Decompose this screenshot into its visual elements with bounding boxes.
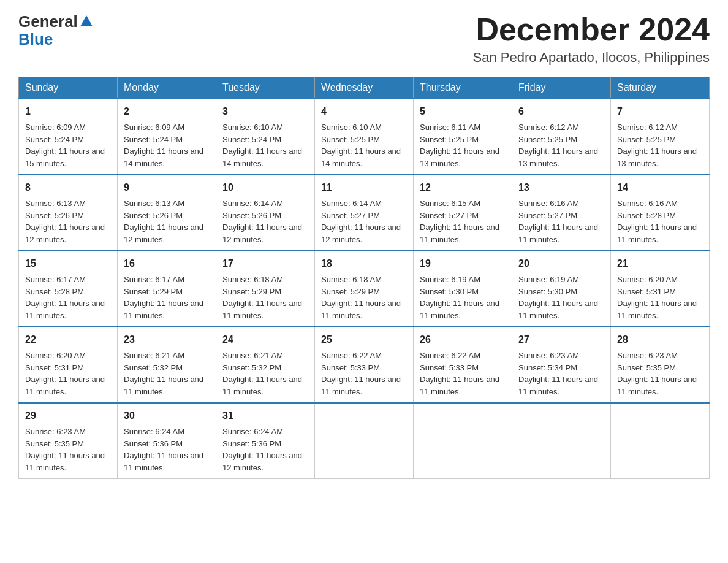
- day-number: 12: [420, 180, 506, 195]
- month-title: December 2024: [473, 12, 710, 47]
- calendar-cell: 14Sunrise: 6:16 AMSunset: 5:28 PMDayligh…: [611, 175, 710, 251]
- day-number: 11: [321, 180, 407, 195]
- calendar-cell: [611, 403, 710, 479]
- calendar-cell: 20Sunrise: 6:19 AMSunset: 5:30 PMDayligh…: [512, 251, 611, 327]
- day-info: Sunrise: 6:22 AMSunset: 5:33 PMDaylight:…: [321, 350, 407, 397]
- day-info: Sunrise: 6:11 AMSunset: 5:25 PMDaylight:…: [420, 121, 506, 169]
- day-info: Sunrise: 6:24 AMSunset: 5:36 PMDaylight:…: [124, 426, 210, 473]
- day-info: Sunrise: 6:21 AMSunset: 5:32 PMDaylight:…: [222, 350, 308, 397]
- day-number: 14: [617, 180, 703, 195]
- calendar-cell: 3Sunrise: 6:10 AMSunset: 5:24 PMDaylight…: [216, 99, 315, 175]
- calendar-cell: 1Sunrise: 6:09 AMSunset: 5:24 PMDaylight…: [19, 99, 118, 175]
- day-number: 30: [124, 408, 210, 423]
- calendar-cell: [315, 403, 414, 479]
- logo-general-text: General: [18, 12, 78, 31]
- calendar-week-row: 15Sunrise: 6:17 AMSunset: 5:28 PMDayligh…: [19, 251, 710, 327]
- day-number: 24: [222, 332, 308, 347]
- calendar-cell: 13Sunrise: 6:16 AMSunset: 5:27 PMDayligh…: [512, 175, 611, 251]
- day-number: 22: [25, 332, 111, 347]
- day-number: 6: [518, 104, 604, 119]
- day-info: Sunrise: 6:16 AMSunset: 5:28 PMDaylight:…: [617, 197, 703, 245]
- day-number: 26: [420, 332, 506, 347]
- calendar-week-row: 8Sunrise: 6:13 AMSunset: 5:26 PMDaylight…: [19, 175, 710, 251]
- day-info: Sunrise: 6:13 AMSunset: 5:26 PMDaylight:…: [25, 197, 111, 245]
- page-header: General Blue December 2024 San Pedro Apa…: [18, 12, 710, 66]
- weekday-header-tuesday: Tuesday: [216, 77, 315, 99]
- day-info: Sunrise: 6:17 AMSunset: 5:29 PMDaylight:…: [124, 274, 210, 321]
- calendar-cell: 30Sunrise: 6:24 AMSunset: 5:36 PMDayligh…: [118, 403, 216, 479]
- day-info: Sunrise: 6:20 AMSunset: 5:31 PMDaylight:…: [25, 350, 111, 397]
- weekday-header-monday: Monday: [118, 77, 216, 99]
- logo-triangle-icon: [80, 15, 93, 26]
- day-info: Sunrise: 6:12 AMSunset: 5:25 PMDaylight:…: [518, 121, 604, 169]
- title-area: December 2024 San Pedro Apartado, Ilocos…: [473, 12, 710, 66]
- day-info: Sunrise: 6:23 AMSunset: 5:34 PMDaylight:…: [518, 350, 604, 397]
- calendar-cell: 4Sunrise: 6:10 AMSunset: 5:25 PMDaylight…: [315, 99, 414, 175]
- day-number: 18: [321, 256, 407, 271]
- day-number: 3: [222, 104, 308, 119]
- weekday-header-row: SundayMondayTuesdayWednesdayThursdayFrid…: [19, 77, 710, 99]
- calendar-cell: 6Sunrise: 6:12 AMSunset: 5:25 PMDaylight…: [512, 99, 611, 175]
- location-title: San Pedro Apartado, Ilocos, Philippines: [473, 50, 710, 66]
- calendar-week-row: 29Sunrise: 6:23 AMSunset: 5:35 PMDayligh…: [19, 403, 710, 479]
- calendar-cell: 25Sunrise: 6:22 AMSunset: 5:33 PMDayligh…: [315, 327, 414, 403]
- calendar-cell: 24Sunrise: 6:21 AMSunset: 5:32 PMDayligh…: [216, 327, 315, 403]
- day-number: 21: [617, 256, 703, 271]
- calendar-cell: 31Sunrise: 6:24 AMSunset: 5:36 PMDayligh…: [216, 403, 315, 479]
- day-info: Sunrise: 6:16 AMSunset: 5:27 PMDaylight:…: [518, 197, 604, 245]
- calendar-cell: 9Sunrise: 6:13 AMSunset: 5:26 PMDaylight…: [118, 175, 216, 251]
- day-number: 23: [124, 332, 210, 347]
- calendar-cell: 2Sunrise: 6:09 AMSunset: 5:24 PMDaylight…: [118, 99, 216, 175]
- day-number: 2: [124, 104, 210, 119]
- day-number: 10: [222, 180, 308, 195]
- day-info: Sunrise: 6:22 AMSunset: 5:33 PMDaylight:…: [420, 350, 506, 397]
- weekday-header-thursday: Thursday: [414, 77, 512, 99]
- calendar-cell: [414, 403, 512, 479]
- day-info: Sunrise: 6:18 AMSunset: 5:29 PMDaylight:…: [222, 274, 308, 321]
- day-number: 16: [124, 256, 210, 271]
- day-info: Sunrise: 6:17 AMSunset: 5:28 PMDaylight:…: [25, 274, 111, 321]
- day-number: 8: [25, 180, 111, 195]
- day-info: Sunrise: 6:09 AMSunset: 5:24 PMDaylight:…: [124, 121, 210, 169]
- calendar-cell: 16Sunrise: 6:17 AMSunset: 5:29 PMDayligh…: [118, 251, 216, 327]
- day-number: 5: [420, 104, 506, 119]
- calendar-cell: 18Sunrise: 6:18 AMSunset: 5:29 PMDayligh…: [315, 251, 414, 327]
- day-info: Sunrise: 6:19 AMSunset: 5:30 PMDaylight:…: [420, 274, 506, 321]
- day-info: Sunrise: 6:21 AMSunset: 5:32 PMDaylight:…: [124, 350, 210, 397]
- calendar-cell: 22Sunrise: 6:20 AMSunset: 5:31 PMDayligh…: [19, 327, 118, 403]
- calendar-week-row: 22Sunrise: 6:20 AMSunset: 5:31 PMDayligh…: [19, 327, 710, 403]
- calendar-cell: 8Sunrise: 6:13 AMSunset: 5:26 PMDaylight…: [19, 175, 118, 251]
- day-info: Sunrise: 6:18 AMSunset: 5:29 PMDaylight:…: [321, 274, 407, 321]
- calendar-cell: 10Sunrise: 6:14 AMSunset: 5:26 PMDayligh…: [216, 175, 315, 251]
- day-number: 27: [518, 332, 604, 347]
- calendar-cell: 28Sunrise: 6:23 AMSunset: 5:35 PMDayligh…: [611, 327, 710, 403]
- day-number: 29: [25, 408, 111, 423]
- logo: General Blue: [18, 12, 93, 49]
- day-number: 4: [321, 104, 407, 119]
- day-info: Sunrise: 6:19 AMSunset: 5:30 PMDaylight:…: [518, 274, 604, 321]
- day-info: Sunrise: 6:13 AMSunset: 5:26 PMDaylight:…: [124, 197, 210, 245]
- day-info: Sunrise: 6:20 AMSunset: 5:31 PMDaylight:…: [617, 274, 703, 321]
- day-info: Sunrise: 6:14 AMSunset: 5:27 PMDaylight:…: [321, 197, 407, 245]
- day-info: Sunrise: 6:09 AMSunset: 5:24 PMDaylight:…: [25, 121, 111, 169]
- day-number: 25: [321, 332, 407, 347]
- calendar-cell: 27Sunrise: 6:23 AMSunset: 5:34 PMDayligh…: [512, 327, 611, 403]
- calendar-cell: 5Sunrise: 6:11 AMSunset: 5:25 PMDaylight…: [414, 99, 512, 175]
- day-info: Sunrise: 6:15 AMSunset: 5:27 PMDaylight:…: [420, 197, 506, 245]
- day-number: 7: [617, 104, 703, 119]
- day-number: 13: [518, 180, 604, 195]
- day-info: Sunrise: 6:24 AMSunset: 5:36 PMDaylight:…: [222, 426, 308, 473]
- calendar-cell: 11Sunrise: 6:14 AMSunset: 5:27 PMDayligh…: [315, 175, 414, 251]
- day-info: Sunrise: 6:14 AMSunset: 5:26 PMDaylight:…: [222, 197, 308, 245]
- calendar-table: SundayMondayTuesdayWednesdayThursdayFrid…: [18, 77, 710, 479]
- calendar-cell: 26Sunrise: 6:22 AMSunset: 5:33 PMDayligh…: [414, 327, 512, 403]
- day-number: 17: [222, 256, 308, 271]
- weekday-header-wednesday: Wednesday: [315, 77, 414, 99]
- day-number: 19: [420, 256, 506, 271]
- calendar-cell: 21Sunrise: 6:20 AMSunset: 5:31 PMDayligh…: [611, 251, 710, 327]
- weekday-header-sunday: Sunday: [19, 77, 118, 99]
- day-number: 20: [518, 256, 604, 271]
- day-info: Sunrise: 6:10 AMSunset: 5:25 PMDaylight:…: [321, 121, 407, 169]
- day-number: 15: [25, 256, 111, 271]
- logo-blue-text: Blue: [18, 30, 53, 49]
